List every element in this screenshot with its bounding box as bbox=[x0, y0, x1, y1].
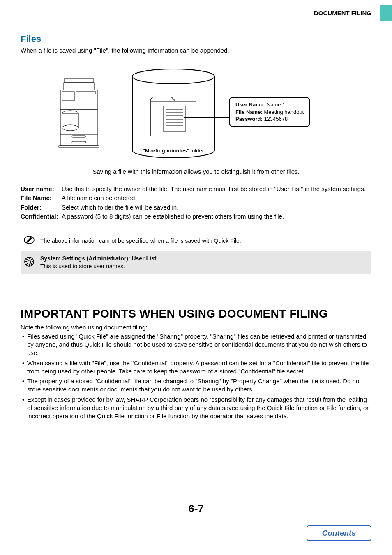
svg-rect-13 bbox=[59, 146, 99, 147]
svg-rect-3 bbox=[62, 92, 74, 101]
svg-line-33 bbox=[26, 263, 28, 265]
svg-rect-0 bbox=[65, 78, 93, 83]
callout-username-label: User Name: bbox=[235, 101, 265, 108]
svg-rect-1 bbox=[64, 83, 94, 90]
settings-body: This is used to store user names. bbox=[40, 263, 156, 270]
definitions-table: User name: Use this to specify the owner… bbox=[21, 185, 371, 221]
svg-point-7 bbox=[62, 125, 78, 131]
header-accent-block bbox=[380, 5, 392, 21]
svg-line-32 bbox=[31, 259, 32, 260]
note-box: The above information cannot be specifie… bbox=[21, 230, 371, 251]
definition-row: File Name: A file name can be entered. bbox=[21, 194, 371, 202]
svg-rect-4 bbox=[76, 92, 96, 94]
page-number: 6-7 bbox=[21, 502, 371, 515]
definition-row: Confidential: A password (5 to 8 digits)… bbox=[21, 212, 371, 221]
definition-term: File Name: bbox=[21, 194, 62, 202]
callout-password-label: Password: bbox=[235, 116, 263, 122]
files-heading: Files bbox=[21, 34, 371, 44]
definition-term: User name: bbox=[21, 185, 62, 193]
settings-text: System Settings (Administrator): User Li… bbox=[40, 255, 156, 270]
bullet-item: The property of a stored "Confidential" … bbox=[21, 377, 371, 394]
svg-line-30 bbox=[26, 259, 28, 260]
settings-box: System Settings (Administrator): User Li… bbox=[21, 251, 371, 274]
svg-rect-16 bbox=[163, 106, 186, 131]
callout-username-value: Name 1 bbox=[267, 101, 286, 108]
definition-desc: Select which folder the file will be sav… bbox=[62, 203, 371, 212]
connector-line-2 bbox=[184, 117, 229, 118]
definition-term: Folder: bbox=[21, 203, 62, 212]
settings-title: System Settings (Administrator): User Li… bbox=[40, 255, 156, 263]
pencil-note-icon bbox=[23, 235, 35, 246]
header-title: DOCUMENT FILING bbox=[314, 9, 376, 16]
contents-button[interactable]: Contents bbox=[307, 525, 371, 541]
definition-desc: A file name can be entered. bbox=[62, 194, 371, 202]
bullet-item: When saving a file with "File", use the … bbox=[21, 359, 371, 376]
bullet-item: Files saved using "Quick File" are assig… bbox=[21, 332, 371, 357]
definition-desc: Use this to specify the owner of the fil… bbox=[62, 185, 371, 193]
note-text: The above information cannot be specifie… bbox=[40, 237, 371, 244]
printer-illustration bbox=[56, 74, 101, 148]
gear-icon bbox=[23, 256, 35, 268]
definition-term: Confidential: bbox=[21, 212, 62, 221]
svg-rect-10 bbox=[72, 136, 86, 137]
svg-point-15 bbox=[132, 69, 214, 84]
callout-password-value: 12345678 bbox=[264, 116, 288, 122]
svg-rect-12 bbox=[72, 141, 86, 143]
definition-row: Folder: Select which folder the file wil… bbox=[21, 203, 371, 212]
svg-line-31 bbox=[31, 263, 32, 265]
file-info-callout: User Name: Name 1 File Name: Meeting han… bbox=[229, 97, 310, 127]
header-bar: DOCUMENT FILING bbox=[0, 0, 392, 21]
important-heading: IMPORTANT POINTS WHEN USING DOCUMENT FIL… bbox=[21, 307, 371, 320]
definition-desc: A password (5 to 8 digits) can be establ… bbox=[62, 212, 371, 221]
bullet-item: Except in cases provided for by law, SHA… bbox=[21, 396, 371, 421]
callout-filename-value: Meeting handout bbox=[264, 109, 304, 115]
svg-point-25 bbox=[28, 260, 31, 263]
callout-filename-label: File Name: bbox=[235, 109, 263, 115]
important-bullets: Files saved using "Quick File" are assig… bbox=[21, 332, 371, 421]
important-intro: Note the following when using document f… bbox=[21, 324, 371, 331]
storage-cylinder-illustration bbox=[126, 68, 221, 159]
files-intro: When a file is saved using "File", the f… bbox=[21, 47, 371, 54]
definition-row: User name: Use this to specify the owner… bbox=[21, 185, 371, 193]
diagram-caption: Saving a file with this information allo… bbox=[21, 168, 371, 175]
diagram: User Name: Name 1 File Name: Meeting han… bbox=[48, 66, 344, 161]
folder-label: "Meeting minutes" folder bbox=[141, 147, 206, 154]
